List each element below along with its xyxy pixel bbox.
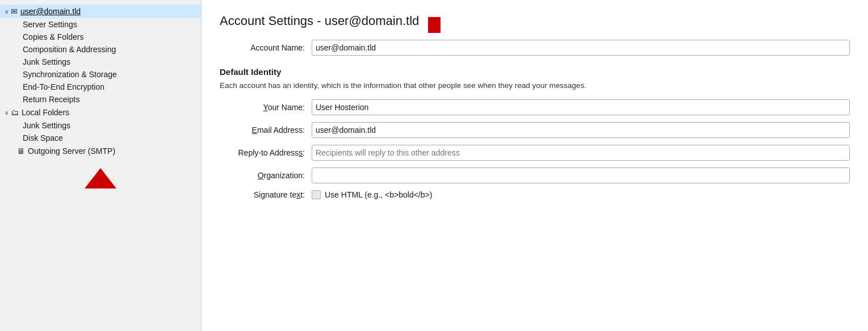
reply-to-input[interactable] [312,145,850,161]
section-divider: Default Identity Each account has an ide… [220,67,850,91]
default-identity-title: Default Identity [220,67,850,77]
your-name-label: Your Name: [220,103,305,112]
account-label[interactable]: user@domain.tld [20,7,81,16]
email-icon: ✉ [11,7,18,16]
sidebar-item-local-junk[interactable]: Junk Settings [0,119,201,132]
sidebar-item-disk-space[interactable]: Disk Space [0,132,201,144]
up-arrow-head [85,168,116,188]
sidebar-item-server-settings[interactable]: Server Settings [0,18,201,31]
reply-to-row: Reply-to Addresss: [220,145,850,161]
organization-row: Organization: [220,167,850,183]
sidebar-account-row[interactable]: ∨ ✉ user@domain.tld [0,5,201,18]
sidebar-item-composition-addressing[interactable]: Composition & Addressing [0,43,201,56]
sidebar-item-copies-folders[interactable]: Copies & Folders [0,31,201,43]
signature-text-label: Signature text: [220,190,305,199]
account-name-row: Account Name: [220,40,850,56]
sidebar-local-folders-row[interactable]: ∨ 🗂 Local Folders [0,106,201,119]
sidebar-outgoing-server-row[interactable]: 🖥 Outgoing Server (SMTP) [0,144,201,158]
signature-text-row: Signature text: Use HTML (e.g., <b>bold<… [220,190,850,199]
reply-to-label: Reply-to Addresss: [220,148,305,157]
sidebar-item-sync-storage[interactable]: Synchronization & Storage [0,68,201,81]
local-folders-chevron: ∨ [5,110,9,116]
sig-underline: x [296,190,300,199]
account-name-input[interactable] [312,40,850,56]
page-title: Account Settings - user@domain.tld [220,14,850,28]
use-html-label: Use HTML (e.g., <b>bold</b>) [325,190,432,199]
main-content: Account Settings - user@domain.tld Accou… [202,0,868,331]
up-arrow-container [85,168,116,188]
account-name-label: Account Name: [220,43,305,52]
outgoing-server-icon: 🖥 [17,146,25,156]
sidebar-item-return-receipts[interactable]: Return Receipts [0,93,201,106]
arrow-indicator-area [0,158,201,188]
local-folders-label: Local Folders [22,108,69,117]
your-name-input[interactable] [312,99,850,115]
sidebar-item-e2e-encryption[interactable]: End-To-End Encryption [0,81,201,93]
sidebar: ∨ ✉ user@domain.tld Server Settings Copi… [0,0,202,331]
email-address-label: Email Address: [220,125,305,135]
email-address-input[interactable] [312,122,850,138]
chevron-icon: ∨ [5,9,9,15]
sidebar-item-junk-settings[interactable]: Junk Settings [0,56,201,68]
reply-to-underline: s [299,148,303,157]
email-address-row: Email Address: [220,122,850,138]
folder-icon: 🗂 [11,108,19,117]
organization-label: Organization: [220,171,305,180]
organization-underline: O [258,171,264,180]
use-html-checkbox[interactable] [312,190,321,199]
outgoing-server-label: Outgoing Server (SMTP) [28,146,115,156]
signature-checkbox-row: Use HTML (e.g., <b>bold</b>) [312,190,432,199]
default-identity-desc: Each account has an identity, which is t… [220,80,850,91]
organization-input[interactable] [312,167,850,183]
your-name-row: Your Name: [220,99,850,115]
